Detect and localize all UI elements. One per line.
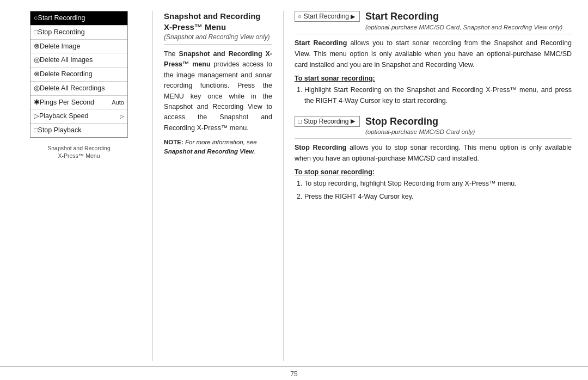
start-recording-icon: ○ bbox=[298, 13, 302, 20]
start-recording-note: (optional-purchase MMC/SD Card, Snapshot… bbox=[365, 24, 572, 30]
menu-item-icon-5: ◎ bbox=[34, 83, 40, 94]
menu-item-6: ✱Pings Per SecondAuto bbox=[30, 96, 127, 110]
menu-item-icon-1: □ bbox=[34, 27, 38, 38]
menu-item-label-2: Delete Image bbox=[40, 41, 80, 52]
menu-item-icon-2: ⊗ bbox=[34, 41, 40, 52]
menu-item-icon-4: ⊗ bbox=[34, 69, 40, 79]
start-recording-arrow: ▶ bbox=[351, 13, 355, 20]
menu-item-3: ◎Delete All Images bbox=[30, 53, 127, 68]
menu-box: ○Start Recording□Stop Recording⊗Delete I… bbox=[30, 11, 128, 138]
start-recording-sub-title: To start sonar recording: bbox=[295, 75, 572, 82]
menu-item-label-6: Pings Per Second bbox=[40, 97, 94, 108]
menu-item-1: □Stop Recording bbox=[30, 26, 127, 40]
menu-item-2: ⊗Delete Image bbox=[30, 40, 127, 54]
menu-item-extra-6: Auto bbox=[112, 98, 124, 107]
menu-item-icon-6: ✱ bbox=[34, 97, 40, 108]
menu-item-icon-0: ○ bbox=[34, 13, 38, 23]
start-recording-indicator: ○ Start Recording ▶ bbox=[295, 11, 360, 22]
middle-title: Snapshot and Recording X-Press™ Menu bbox=[164, 11, 272, 32]
stop-recording-title-block: Stop Recording (optional-purchase MMC/SD… bbox=[365, 116, 572, 136]
middle-body: The Snapshot and Recording X-Press™ menu… bbox=[164, 49, 272, 133]
menu-item-icon-3: ◎ bbox=[34, 55, 40, 65]
menu-item-label-7: Playback Speed bbox=[39, 111, 88, 121]
stop-recording-section: □ Stop Recording ▶ Stop Recording (optio… bbox=[295, 116, 572, 203]
menu-item-icon-7: ▷ bbox=[34, 111, 39, 121]
stop-recording-step-2: Press the RIGHT 4-Way Cursor key. bbox=[304, 191, 572, 202]
content-area: ○Start Recording□Stop Recording⊗Delete I… bbox=[0, 0, 588, 366]
page-number: 75 bbox=[290, 370, 297, 378]
menu-item-icon-8: □ bbox=[34, 125, 38, 136]
stop-recording-header: □ Stop Recording ▶ Stop Recording (optio… bbox=[295, 116, 572, 139]
menu-item-7: ▷Playback Speed▷ bbox=[30, 109, 127, 124]
stop-recording-body: Stop Recording allows you to stop sonar … bbox=[295, 142, 572, 164]
menu-item-arrow-7: ▷ bbox=[120, 112, 124, 120]
middle-subtitle: (Snapshot and Recording View only) bbox=[164, 33, 272, 45]
left-column: ○Start Recording□Stop Recording⊗Delete I… bbox=[16, 11, 142, 361]
menu-item-label-3: Delete All Images bbox=[40, 55, 93, 65]
stop-recording-step-1: To stop recording, highlight Stop Record… bbox=[304, 178, 572, 189]
start-recording-header: ○ Start Recording ▶ Start Recording (opt… bbox=[295, 11, 572, 34]
stop-recording-icon: □ bbox=[298, 118, 302, 125]
stop-recording-arrow: ▶ bbox=[351, 118, 355, 125]
start-recording-title-block: Start Recording (optional-purchase MMC/S… bbox=[365, 11, 572, 30]
menu-item-4: ⊗Delete Recording bbox=[30, 68, 127, 82]
stop-recording-title: Stop Recording bbox=[365, 116, 572, 128]
menu-caption: Snapshot and Recording X-Press™ Menu bbox=[47, 144, 111, 160]
menu-item-0: ○Start Recording bbox=[30, 11, 127, 26]
stop-recording-steps: To stop recording, highlight Stop Record… bbox=[304, 178, 572, 202]
page-wrapper: ○Start Recording□Stop Recording⊗Delete I… bbox=[0, 0, 588, 380]
stop-recording-indicator: □ Stop Recording ▶ bbox=[295, 116, 360, 127]
menu-item-5: ◎Delete All Recordings bbox=[30, 82, 127, 96]
page-footer: 75 bbox=[0, 366, 588, 380]
start-recording-steps: Highlight Start Recording on the Snapsho… bbox=[304, 84, 572, 106]
middle-note: NOTE: For more information, see Snapshot… bbox=[164, 138, 272, 157]
start-recording-section: ○ Start Recording ▶ Start Recording (opt… bbox=[295, 11, 572, 106]
menu-item-label-5: Delete All Recordings bbox=[40, 83, 105, 94]
stop-recording-sub-title: To stop sonar recording: bbox=[295, 168, 572, 176]
menu-item-label-0: Start Recording bbox=[38, 13, 85, 23]
start-recording-body: Start Recording allows you to start sona… bbox=[295, 38, 572, 70]
menu-item-label-4: Delete Recording bbox=[40, 69, 93, 79]
menu-item-label-8: Stop Playback bbox=[38, 125, 82, 136]
menu-item-8: □Stop Playback bbox=[30, 124, 127, 137]
right-column: ○ Start Recording ▶ Start Recording (opt… bbox=[283, 11, 572, 361]
start-recording-step-1: Highlight Start Recording on the Snapsho… bbox=[304, 84, 572, 106]
start-recording-title: Start Recording bbox=[365, 11, 572, 23]
menu-item-label-1: Stop Recording bbox=[38, 27, 85, 38]
middle-column: Snapshot and Recording X-Press™ Menu (Sn… bbox=[152, 11, 272, 361]
stop-recording-note: (optional-purchase MMC/SD Card only) bbox=[365, 128, 572, 135]
